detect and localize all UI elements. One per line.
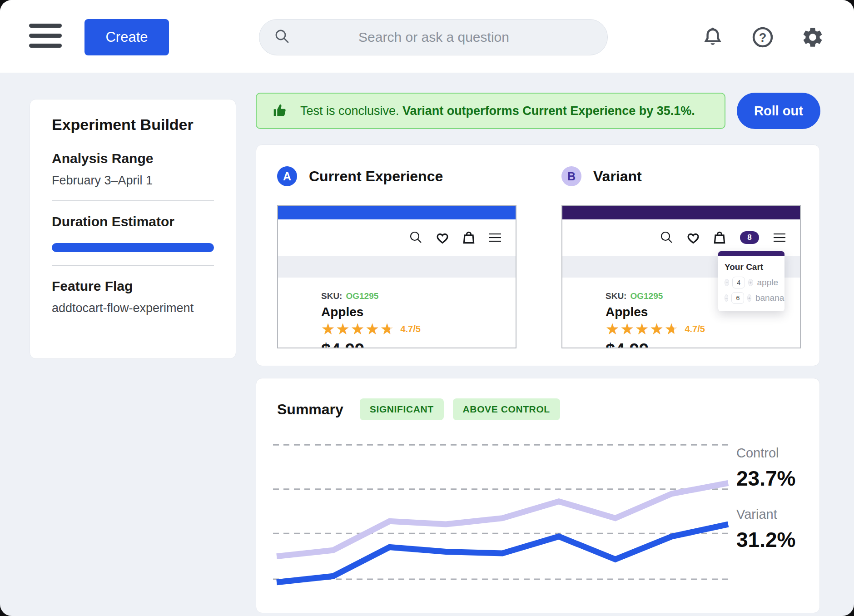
variant-store-mockup: 8 SKU:OG1295 Apples ★★★★★★★★★★ 4.7/5 $4.… (561, 205, 801, 348)
variant-b-badge: B (561, 166, 581, 186)
product-name: Apples (321, 305, 516, 319)
menu-bar (29, 44, 62, 48)
variant-metric-value: 31.2% (736, 527, 818, 552)
feature-flag-label: Feature Flag (52, 278, 214, 294)
variant-legend-label: Variant (736, 507, 818, 522)
decrease-qty-button[interactable]: − (725, 294, 728, 302)
chart-legend: Control 23.7% Variant 31.2% (736, 446, 818, 568)
cart-count-badge: 8 (740, 231, 759, 244)
mockup-hero-band (278, 256, 516, 278)
cart-popover-body: Your Cart − 4 + apple − 6 + banana (718, 256, 784, 311)
analysis-range-value: February 3–April 1 (52, 174, 214, 188)
star-rating-icons: ★★★★★★★★★★ (321, 321, 395, 337)
feature-flag-value: addtocart-flow-experiment (52, 301, 214, 315)
topbar-icon-group: ? (701, 25, 824, 49)
duration-estimator-label: Duration Estimator (52, 214, 214, 229)
cart-popover-title: Your Cart (725, 262, 778, 272)
qty-value: 6 (731, 292, 744, 304)
menu-bar (29, 34, 62, 38)
wishlist-heart-icon[interactable] (685, 230, 701, 245)
divider (52, 200, 214, 201)
cart-bag-icon[interactable] (461, 230, 477, 245)
cart-item-name: apple (757, 278, 779, 288)
create-button[interactable]: Create (84, 19, 169, 55)
sku-value: OG1295 (346, 291, 378, 301)
banner-message: Test is conclusive. Variant outperforms … (300, 104, 695, 118)
cart-bag-icon[interactable] (712, 230, 727, 245)
duration-progress-fill (52, 243, 214, 252)
banner-message-regular: Test is conclusive. (300, 104, 402, 118)
control-header: A Current Experience (277, 166, 516, 186)
thumbs-up-icon (271, 101, 288, 120)
menu-icon[interactable] (487, 230, 503, 245)
control-column: A Current Experience SKU:OG1295 Apples ★… (277, 166, 516, 348)
cart-item-row: − 6 + banana (725, 292, 778, 304)
app-window: Create ? (0, 0, 854, 616)
product-details: SKU:OG1295 Apples ★★★★★★★★★★ 4.7/5 $4.99 (278, 278, 516, 348)
roll-out-button[interactable]: Roll out (737, 93, 820, 129)
notifications-bell-icon[interactable] (701, 25, 725, 49)
variant-column: B Variant 8 SKU:OG1295 Apples ★★★★★★ (561, 166, 801, 348)
star-rating-icons: ★★★★★★★★★★ (606, 321, 679, 337)
summary-card: Summary SIGNIFICANT ABOVE CONTROL Contro… (256, 378, 820, 613)
mockup-header-bar (278, 206, 516, 219)
sku-label: SKU: (606, 291, 626, 301)
qty-value: 4 (732, 277, 745, 288)
sku-value: OG1295 (630, 291, 663, 301)
mockup-nav-row (278, 219, 516, 256)
search-icon (273, 27, 291, 47)
settings-gear-icon[interactable] (801, 25, 824, 49)
analysis-range-label: Analysis Range (52, 151, 214, 166)
control-title: Current Experience (309, 168, 443, 185)
search-icon[interactable] (408, 230, 424, 245)
banner-message-bold: Variant outperforms Current Experience b… (402, 104, 695, 118)
sku-label: SKU: (321, 291, 342, 301)
search-input[interactable] (291, 29, 594, 45)
conversion-line-chart (273, 438, 732, 616)
summary-title: Summary (277, 401, 343, 418)
variant-a-badge: A (277, 166, 297, 186)
menu-icon[interactable] (772, 230, 787, 245)
cart-item-row: − 4 + apple (725, 277, 778, 288)
control-metric-value: 23.7% (736, 466, 818, 491)
increase-qty-button[interactable]: + (748, 279, 753, 286)
rating-value: 4.7/5 (685, 324, 705, 334)
significant-badge: SIGNIFICANT (360, 398, 444, 420)
help-icon[interactable]: ? (751, 25, 775, 49)
duration-progress-bar (52, 243, 214, 252)
rating-value: 4.7/5 (400, 324, 420, 334)
cart-item-name: banana (755, 293, 784, 303)
product-price: $4.99 (606, 340, 800, 348)
mockup-header-bar (562, 206, 800, 219)
variant-header: B Variant (561, 166, 801, 186)
cart-popover-accent (718, 251, 784, 256)
increase-qty-button[interactable]: + (747, 294, 751, 302)
cart-popover: Your Cart − 4 + apple − 6 + banana (718, 251, 784, 311)
product-price: $4.99 (321, 340, 516, 348)
control-store-mockup: SKU:OG1295 Apples ★★★★★★★★★★ 4.7/5 $4.99 (277, 205, 516, 348)
product-rating-row: ★★★★★★★★★★ 4.7/5 (606, 321, 800, 337)
divider (52, 265, 214, 266)
control-legend-label: Control (736, 446, 818, 461)
stars-filled: ★★★★★ (321, 321, 390, 337)
menu-bar (29, 24, 62, 28)
top-bar: Create ? (0, 0, 854, 73)
variant-title: Variant (593, 168, 642, 185)
mockup-nav-row: 8 (562, 219, 800, 256)
chart-line-control (277, 483, 728, 556)
stars-filled: ★★★★★ (606, 321, 674, 337)
above-control-badge: ABOVE CONTROL (453, 398, 560, 420)
product-rating-row: ★★★★★★★★★★ 4.7/5 (321, 321, 516, 337)
search-icon[interactable] (659, 230, 675, 245)
menu-icon[interactable] (29, 24, 62, 48)
svg-text:?: ? (759, 30, 767, 45)
conclusive-result-banner: Test is conclusive. Variant outperforms … (256, 93, 725, 129)
experience-compare-card: A Current Experience SKU:OG1295 Apples ★… (256, 144, 820, 366)
wishlist-heart-icon[interactable] (435, 230, 450, 245)
experiment-builder-panel: Experiment Builder Analysis Range Februa… (30, 99, 236, 359)
product-sku: SKU:OG1295 (321, 291, 516, 301)
search-field[interactable] (259, 19, 608, 55)
panel-title: Experiment Builder (52, 116, 214, 134)
decrease-qty-button[interactable]: − (725, 279, 729, 286)
summary-header: Summary SIGNIFICANT ABOVE CONTROL (277, 398, 560, 420)
